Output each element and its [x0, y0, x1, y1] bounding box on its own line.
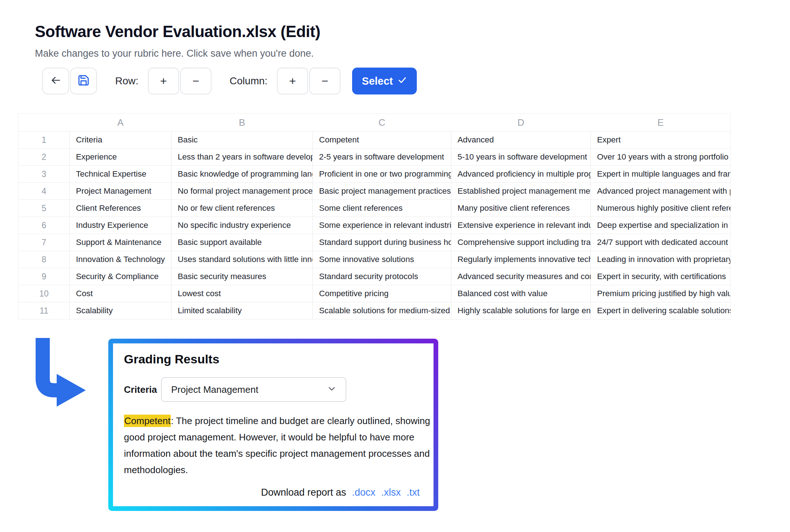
sheet-cell[interactable]: Scalability	[70, 302, 172, 319]
sheet-cell[interactable]: Support & Maintenance	[70, 234, 172, 251]
row-add-button[interactable]: +	[148, 68, 179, 94]
sheet-cell[interactable]: Many positive client references	[451, 200, 591, 217]
grading-panel-inner: Grading Results Criteria Project Managem…	[113, 343, 434, 506]
sheet-cell[interactable]: Industry Experience	[70, 217, 172, 234]
sheet-body: 1CriteriaBasicCompetentAdvancedExpert2Ex…	[19, 132, 731, 319]
sheet-cell[interactable]: Comprehensive support including training	[451, 234, 591, 251]
row-number[interactable]: 7	[19, 234, 70, 251]
sheet-cell[interactable]: Some client references	[313, 200, 451, 217]
sheet-cell[interactable]: Basic project management practices	[313, 183, 451, 200]
sheet-cell[interactable]: Basic security measures	[172, 268, 313, 285]
download-label: Download report as	[261, 487, 346, 498]
row-number[interactable]: 4	[19, 183, 70, 200]
sheet-cell[interactable]: Expert in delivering scalable solutions	[591, 302, 731, 319]
row-number[interactable]: 9	[19, 268, 70, 285]
column-header-a[interactable]: A	[70, 114, 172, 132]
table-row: 6Industry ExperienceNo specific industry…	[19, 217, 731, 234]
grading-panel: Grading Results Criteria Project Managem…	[108, 339, 438, 511]
back-button[interactable]	[42, 68, 69, 94]
sheet-cell[interactable]: Expert in multiple languages and framewo…	[591, 166, 731, 183]
sheet-cell[interactable]: 2-5 years in software development	[313, 149, 451, 166]
criteria-dropdown[interactable]: Project Management	[161, 377, 346, 402]
sheet-cell[interactable]: Criteria	[70, 132, 172, 149]
row-number[interactable]: 2	[19, 149, 70, 166]
sheet-cell[interactable]: 5-10 years in software development	[451, 149, 591, 166]
sheet-cell[interactable]: Limited scalability	[172, 302, 313, 319]
column-add-button[interactable]: +	[277, 68, 308, 94]
sheet-cell[interactable]: Project Management	[70, 183, 172, 200]
check-icon	[398, 75, 407, 87]
row-remove-button[interactable]: −	[180, 68, 211, 94]
sheet-cell[interactable]: No or few client references	[172, 200, 313, 217]
column-header-b[interactable]: B	[172, 114, 313, 132]
sheet-cell[interactable]: No specific industry experience	[172, 217, 313, 234]
sheet-cell[interactable]: Security & Compliance	[70, 268, 172, 285]
sheet-cell[interactable]: Standard security protocols	[313, 268, 451, 285]
sheet-cell[interactable]: No formal project management processes	[172, 183, 313, 200]
sheet-cell[interactable]: Some experience in relevant industries	[313, 217, 451, 234]
column-header-e[interactable]: E	[591, 114, 731, 132]
page-title: Software Vendor Evaluation.xlsx (Edit)	[35, 23, 320, 41]
sheet-cell[interactable]: Experience	[70, 149, 172, 166]
sheet-cell[interactable]: 24/7 support with dedicated account mana…	[591, 234, 731, 251]
sheet-cell[interactable]: Numerous highly positive client referenc…	[591, 200, 731, 217]
sheet-cell[interactable]: Proficient in one or two programming lan…	[313, 166, 451, 183]
download-row: Download report as .docx.xlsx.txt	[124, 487, 421, 498]
sheet-cell[interactable]: Over 10 years with a strong portfolio	[591, 149, 731, 166]
row-number[interactable]: 1	[19, 132, 70, 149]
sheet-cell[interactable]: Basic	[172, 132, 313, 149]
column-remove-button[interactable]: −	[309, 68, 340, 94]
sheet-cell[interactable]: Less than 2 years in software developmen…	[172, 149, 313, 166]
row-number[interactable]: 8	[19, 251, 70, 268]
row-number[interactable]: 5	[19, 200, 70, 217]
column-header-d[interactable]: D	[451, 114, 591, 132]
grading-result-text: Competent: The project timeline and budg…	[124, 413, 436, 478]
sheet-cell[interactable]: Some innovative solutions	[313, 251, 451, 268]
table-row: 5Client ReferencesNo or few client refer…	[19, 200, 731, 217]
sheet-cell[interactable]: Premium pricing justified by high value	[591, 285, 731, 302]
sheet-cell[interactable]: Scalable solutions for medium-sized busi…	[313, 302, 451, 319]
sheet-cell[interactable]: Leading in innovation with proprietary t…	[591, 251, 731, 268]
sheet-cell[interactable]: Deep expertise and specialization in the…	[591, 217, 731, 234]
sheet-cell[interactable]: Competitive pricing	[313, 285, 451, 302]
select-button[interactable]: Select	[352, 68, 417, 94]
sheet-cell[interactable]: Advanced proficiency in multiple program…	[451, 166, 591, 183]
sheet-cell[interactable]: Regularly implements innovative technolo…	[451, 251, 591, 268]
sheet-cell[interactable]: Lowest cost	[172, 285, 313, 302]
sheet-cell[interactable]: Established project management methodolo…	[451, 183, 591, 200]
row-number[interactable]: 11	[19, 302, 70, 319]
sheet-cell[interactable]: Client References	[70, 200, 172, 217]
sheet-cell[interactable]: Cost	[70, 285, 172, 302]
sheet-cell[interactable]: Extensive experience in relevant industr…	[451, 217, 591, 234]
sheet-table: ABCDE 1CriteriaBasicCompetentAdvancedExp…	[18, 113, 731, 319]
download-link-txt[interactable]: .txt	[407, 487, 420, 498]
sheet-cell[interactable]: Expert in security, with certifications	[591, 268, 731, 285]
criteria-label: Criteria	[124, 384, 161, 395]
sheet-cell[interactable]: Advanced project management with proven …	[591, 183, 731, 200]
sheet-cell[interactable]: Advanced security measures and complianc…	[451, 268, 591, 285]
sheet-cell[interactable]: Standard support during business hours	[313, 234, 451, 251]
criteria-dropdown-value: Project Management	[171, 384, 258, 395]
table-row: 11ScalabilityLimited scalabilityScalable…	[19, 302, 731, 319]
sheet-cell[interactable]: Innovation & Technology	[70, 251, 172, 268]
download-link-docx[interactable]: .docx	[352, 487, 375, 498]
sheet-cell[interactable]: Expert	[591, 132, 731, 149]
download-link-xlsx[interactable]: .xlsx	[381, 487, 401, 498]
sheet-cell[interactable]: Balanced cost with value	[451, 285, 591, 302]
sheet-cell[interactable]: Uses standard solutions with little inno…	[172, 251, 313, 268]
criteria-row: Criteria Project Management	[124, 377, 421, 402]
row-number[interactable]: 3	[19, 166, 70, 183]
sheet-cell[interactable]: Highly scalable solutions for large ente…	[451, 302, 591, 319]
sheet-cell[interactable]: Technical Expertise	[70, 166, 172, 183]
row-number[interactable]: 6	[19, 217, 70, 234]
column-header-c[interactable]: C	[313, 114, 451, 132]
sheet-cell[interactable]: Competent	[313, 132, 451, 149]
result-term-highlight: Competent	[124, 415, 171, 427]
download-links: .docx.xlsx.txt	[346, 487, 420, 498]
sheet-cell[interactable]: Advanced	[451, 132, 591, 149]
sheet-cell[interactable]: Basic knowledge of programming languages	[172, 166, 313, 183]
table-row: 2ExperienceLess than 2 years in software…	[19, 149, 731, 166]
save-button[interactable]	[70, 68, 97, 94]
sheet-cell[interactable]: Basic support available	[172, 234, 313, 251]
row-number[interactable]: 10	[19, 285, 70, 302]
